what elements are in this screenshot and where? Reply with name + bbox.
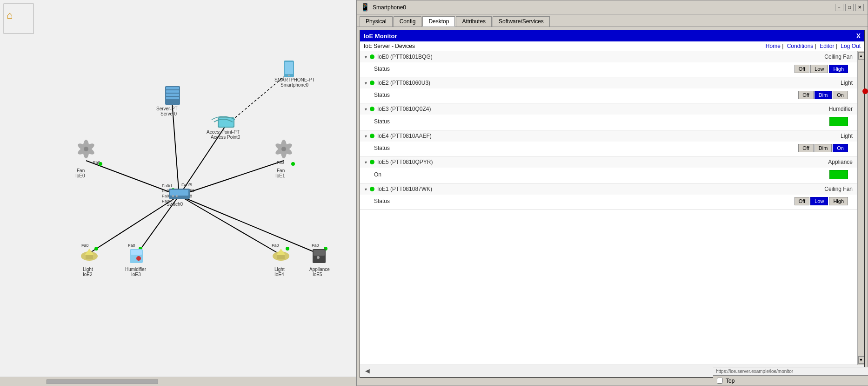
bottom-scrollbar[interactable] (0, 377, 356, 386)
btn-group-ioe1: Off Low High (795, 197, 848, 205)
btn-high-ioe0[interactable]: High (829, 65, 848, 73)
btn-off-ioe4[interactable]: Off (798, 144, 813, 152)
device-section-ioe5: ▾ IoE5 (PTT0810QPYR) Appliance On (360, 156, 857, 183)
device-body-ioe5: On (360, 168, 857, 183)
scroll-left-arrow[interactable]: ◄ (364, 367, 371, 375)
ioe-close-button[interactable]: X (856, 32, 861, 40)
on-text-ioe5: On (374, 171, 381, 178)
svg-point-27 (94, 247, 98, 251)
device-type-ioe5: Appliance (828, 159, 853, 165)
svg-text:Fa0: Fa0 (272, 243, 279, 248)
nav-conditions-link[interactable]: Conditions (787, 43, 814, 49)
ioe-title-bar: IoE Monitor X (360, 30, 864, 41)
status-label-ioe3: Status (374, 118, 390, 125)
top-checkbox[interactable] (717, 378, 723, 384)
chevron-icon-ioe4: ▾ (365, 134, 367, 139)
btn-off-ioe2[interactable]: Off (798, 91, 813, 99)
btn-low-ioe0[interactable]: Low (810, 65, 828, 73)
svg-text:⌂: ⌂ (7, 9, 13, 21)
device-header-ioe5[interactable]: ▾ IoE5 (PTT0810QPYR) Appliance (360, 156, 857, 168)
svg-rect-75 (314, 250, 325, 256)
svg-point-26 (291, 162, 295, 166)
svg-text:Fa0/5: Fa0/5 (181, 183, 192, 187)
btn-off-ioe0[interactable]: Off (795, 65, 809, 73)
svg-point-45 (176, 195, 178, 197)
minimize-button[interactable]: − (835, 4, 843, 11)
btn-dim-ioe4[interactable]: Dim (815, 144, 832, 152)
device-header-ioe3[interactable]: ▾ IoE3 (PTT0810Q0Z4) Humdifier (360, 103, 857, 115)
top-label: Top (726, 378, 734, 384)
device-section-ioe2: ▾ IoE2 (PTT081060U3) Light Status Off Di… (360, 77, 857, 103)
tab-config[interactable]: Config (394, 16, 422, 27)
svg-text:Smartphone0: Smartphone0 (280, 82, 308, 88)
btn-high-ioe1[interactable]: High (829, 197, 848, 205)
svg-text:AccessPoint-PT: AccessPoint-PT (207, 129, 240, 135)
status-label-ioe0: Status (374, 66, 390, 72)
status-label-ioe2: Status (374, 92, 390, 98)
status-dot-ioe0 (370, 54, 374, 59)
nav-home-link[interactable]: Home (766, 43, 781, 49)
nav-editor-link[interactable]: Editor (820, 43, 834, 49)
status-dot-ioe1 (370, 187, 374, 191)
svg-point-76 (317, 256, 320, 259)
tab-desktop[interactable]: Desktop (422, 16, 455, 27)
nav-logout-link[interactable]: Log Out (841, 43, 861, 49)
svg-text:IoE2: IoE2 (83, 272, 93, 277)
scroll-up-arrow[interactable]: ▲ (858, 52, 864, 60)
window-title: Smartphone0 (373, 4, 406, 11)
tab-software-services[interactable]: Software/Services (493, 16, 550, 27)
title-controls[interactable]: − □ ✕ (835, 4, 864, 11)
device-section-ioe4: ▾ IoE4 (PTT0810AAEF) Light Status Off Di… (360, 130, 857, 156)
device-name-ioe0: IoE0 (PTT08101BQG) (377, 54, 433, 60)
btn-group-ioe4: Off Dim On (798, 144, 848, 152)
btn-low-ioe1[interactable]: Low (810, 197, 828, 205)
device-header-ioe4[interactable]: ▾ IoE4 (PTT0810AAEF) Light (360, 130, 857, 142)
btn-off-ioe1[interactable]: Off (795, 197, 809, 205)
btn-dim-ioe2[interactable]: Dim (815, 91, 832, 99)
svg-text:Fa0: Fa0 (312, 243, 319, 248)
device-body-ioe3: Status (360, 115, 857, 130)
scroll-down-arrow[interactable]: ▼ (858, 356, 864, 364)
device-name-ioe3: IoE3 (PTT0810Q0Z4) (377, 106, 431, 112)
device-icon: 📱 (361, 3, 370, 12)
svg-text:Appliance: Appliance (309, 267, 330, 272)
status-dot-ioe2 (370, 81, 374, 85)
svg-text:Fa0/1: Fa0/1 (162, 183, 173, 188)
svg-point-29 (286, 247, 289, 251)
device-name-ioe1: IoE1 (PTT081087WK) (377, 186, 432, 192)
chevron-icon-ioe0: ▾ (365, 54, 367, 60)
btn-on-ioe2[interactable]: On (833, 91, 848, 99)
ioe-monitor-panel: IoE Monitor X IoE Server - Devices Home … (360, 30, 865, 378)
device-header-ioe2[interactable]: ▾ IoE2 (PTT081060U3) Light (360, 77, 857, 88)
svg-point-56 (281, 147, 286, 151)
svg-point-44 (172, 195, 174, 197)
svg-point-25 (99, 162, 102, 166)
svg-text:Access Point0: Access Point0 (211, 135, 240, 140)
device-body-ioe1: Status Off Low High (360, 195, 857, 209)
right-scrollbar[interactable]: ▲ ▼ (857, 51, 864, 365)
svg-point-50 (84, 147, 88, 151)
chevron-icon-ioe2: ▾ (365, 81, 367, 86)
maximize-button[interactable]: □ (845, 4, 854, 11)
device-type-ioe4: Light (841, 133, 853, 139)
svg-rect-65 (131, 250, 142, 255)
window-title-bar: 📱 Smartphone0 − □ ✕ (357, 0, 868, 14)
status-dot-ioe3 (370, 107, 374, 111)
svg-text:Switch0: Switch0 (167, 202, 183, 207)
tab-physical[interactable]: Physical (360, 16, 393, 27)
device-body-ioe0: Status Off Low High (360, 62, 857, 77)
ioe-nav-bar: IoE Server - Devices Home | Conditions |… (360, 41, 864, 51)
device-header-ioe1[interactable]: ▾ IoE1 (PTT081087WK) Ceiling Fan (360, 183, 857, 195)
svg-rect-43 (170, 190, 188, 196)
url-bar: https://ioe.server.example/ioe/monitor (713, 367, 868, 375)
device-type-ioe0: Ceiling Fan (824, 54, 853, 60)
btn-on-ioe4[interactable]: On (833, 144, 848, 152)
device-body-ioe4: Status Off Dim On (360, 142, 857, 156)
network-diagram: Fa0/1 Fa0/2 Fa0/3 Fa0/4 Fa0/5 Fa0/6 Fa0/… (0, 0, 356, 354)
svg-line-3 (179, 161, 284, 196)
device-header-ioe0[interactable]: ▾ IoE0 (PTT08101BQG) Ceiling Fan (360, 51, 857, 62)
red-indicator (862, 88, 868, 94)
close-window-button[interactable]: ✕ (855, 4, 864, 11)
tab-attributes[interactable]: Attributes (456, 16, 492, 27)
status-dot-ioe5 (370, 160, 374, 164)
